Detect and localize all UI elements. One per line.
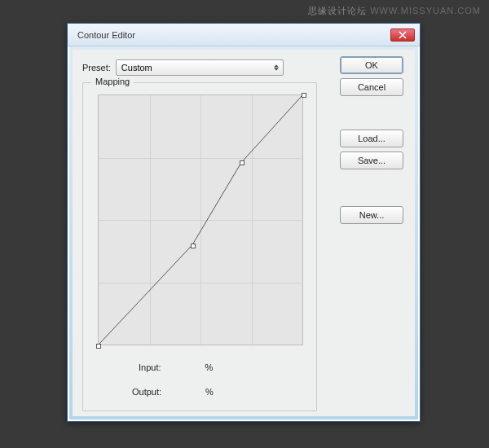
output-row: Output: % <box>132 384 214 399</box>
button-column: OK Cancel Load... Save... New... <box>340 56 403 228</box>
output-field[interactable] <box>166 384 200 399</box>
save-button[interactable]: Save... <box>340 152 403 169</box>
contour-editor-dialog: Contour Editor Preset: Custom Mapping <box>67 23 421 422</box>
close-icon <box>399 31 407 39</box>
titlebar[interactable]: Contour Editor <box>68 24 420 46</box>
preset-value: Custom <box>121 63 152 72</box>
input-unit: % <box>205 362 214 372</box>
output-unit: % <box>205 387 214 397</box>
mapping-label: Mapping <box>91 77 134 86</box>
dialog-inner: Preset: Custom Mapping <box>69 46 418 419</box>
new-button[interactable]: New... <box>340 206 403 224</box>
curve-point[interactable] <box>302 93 306 98</box>
input-field[interactable] <box>166 360 200 375</box>
watermark: 思缘设计论坛 WWW.MISSYUAN.COM <box>308 5 481 17</box>
watermark-cn: 思缘设计论坛 <box>308 6 367 15</box>
ok-button[interactable]: OK <box>340 56 403 74</box>
preset-select[interactable]: Custom <box>116 59 284 76</box>
preset-label: Preset: <box>82 63 111 72</box>
input-label: Input: <box>139 362 161 372</box>
dialog-body: Preset: Custom Mapping <box>73 50 415 416</box>
output-label: Output: <box>132 387 161 397</box>
input-row: Input: % <box>139 360 213 375</box>
load-button[interactable]: Load... <box>340 130 403 147</box>
cancel-button[interactable]: Cancel <box>340 78 403 96</box>
mapping-group: Mapping Input: % <box>82 82 317 411</box>
curve-point[interactable] <box>96 344 101 349</box>
curve-point[interactable] <box>191 244 196 248</box>
dialog-title: Contour Editor <box>73 30 135 40</box>
curve-canvas[interactable] <box>98 94 303 345</box>
close-button[interactable] <box>390 29 415 42</box>
curve-line <box>99 95 302 345</box>
watermark-url: WWW.MISSYUAN.COM <box>370 6 481 15</box>
curve-point[interactable] <box>240 160 244 165</box>
updown-icon <box>274 65 279 71</box>
